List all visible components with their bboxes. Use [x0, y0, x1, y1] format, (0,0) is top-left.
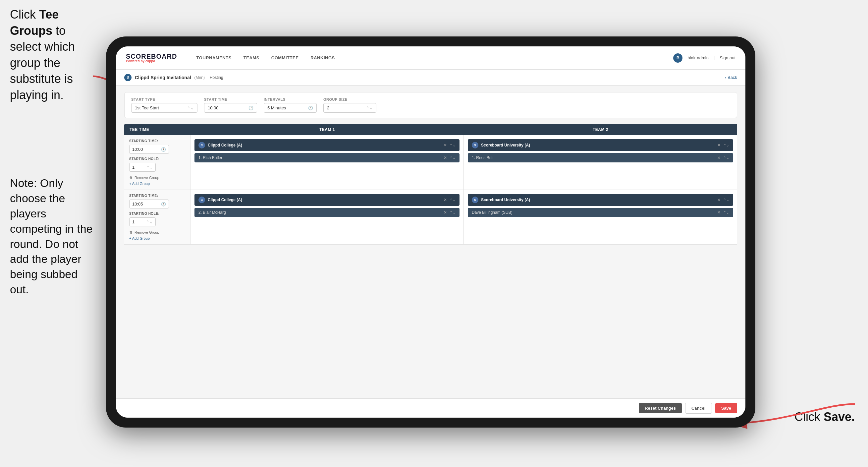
start-time-group: Start Time 10:00 🕐 [204, 97, 257, 113]
group2-team2-arrows[interactable]: ⌃⌄ [723, 198, 729, 202]
group2-hole-input[interactable]: 1 ⌃⌄ [129, 217, 156, 226]
group1-hole-input[interactable]: 1 ⌃⌄ [129, 163, 156, 172]
group2-hole-arrows: ⌃⌄ [146, 220, 153, 224]
group1-player2-arrows[interactable]: ⌃⌄ [723, 156, 729, 160]
nav-divider: | [714, 55, 715, 60]
note-content: Only choose the players competing in the… [10, 177, 93, 296]
group2-team1-player-name: 2. Blair McHarg [198, 210, 226, 215]
group-size-label: Group Size [323, 97, 376, 101]
group-row-2: STARTING TIME: 10:05 🕐 STARTING HOLE: 1 … [124, 190, 737, 244]
group2-team1-icon: C [198, 197, 205, 203]
note-bold: Note: [10, 177, 40, 189]
group1-team2-player[interactable]: 1. Rees Britt ✕ ⌃⌄ [468, 153, 733, 163]
group1-team2-actions: ✕ ⌃⌄ [717, 143, 729, 147]
group2-team1-player[interactable]: 2. Blair McHarg ✕ ⌃⌄ [194, 208, 460, 217]
group1-time-input[interactable]: 10:00 🕐 [129, 145, 169, 154]
reset-changes-button[interactable]: Reset Changes [639, 403, 682, 413]
group1-team1-card[interactable]: C Clippd College (A) ✕ ⌃⌄ [194, 139, 460, 151]
logo-area: SCOREBOARD Powered by clippd [126, 53, 177, 63]
group1-player1-remove[interactable]: ✕ [444, 155, 447, 160]
save-bold: Save. [824, 410, 855, 424]
cancel-button[interactable]: Cancel [685, 403, 712, 414]
group-size-input[interactable]: 2 ⌃⌄ [323, 103, 376, 113]
group2-player1-remove[interactable]: ✕ [444, 210, 447, 215]
group1-time-icon: 🕐 [161, 147, 166, 152]
action-bar: Reset Changes Cancel Save [116, 399, 745, 418]
intervals-input[interactable]: 5 Minutes 🕐 [264, 103, 317, 113]
group1-player1-arrows[interactable]: ⌃⌄ [450, 156, 456, 160]
group1-team1: C Clippd College (A) ✕ ⌃⌄ 1. Rich Butler [190, 135, 464, 189]
nav-committee[interactable]: COMMITTEE [266, 47, 305, 69]
nav-right: B blair admin | Sign out [673, 53, 736, 63]
group1-add-button[interactable]: + Add Group [129, 182, 185, 185]
group1-left: STARTING TIME: 10:00 🕐 STARTING HOLE: 1 … [124, 135, 190, 189]
main-content: Start Type 1st Tee Start ⌃⌄ Start Time 1… [116, 86, 745, 399]
tournament-name: Clippd Spring Invitational [135, 75, 191, 80]
group2-team2: S Scoreboard University (A) ✕ ⌃⌄ Dave Bi… [464, 190, 737, 244]
group2-time-icon: 🕐 [161, 202, 166, 206]
group1-team2-card[interactable]: S Scoreboard University (A) ✕ ⌃⌄ [468, 139, 733, 151]
navigation-bar: SCOREBOARD Powered by clippd TOURNAMENTS… [116, 47, 745, 69]
group2-time-input[interactable]: 10:05 🕐 [129, 200, 169, 208]
tablet-device: SCOREBOARD Powered by clippd TOURNAMENTS… [106, 36, 755, 428]
group1-team2: S Scoreboard University (A) ✕ ⌃⌄ 1. Rees… [464, 135, 737, 189]
group2-player2-remove[interactable]: ✕ [717, 210, 720, 215]
remove-icon2: 🗑 [129, 230, 133, 234]
group2-player2-arrows[interactable]: ⌃⌄ [723, 210, 729, 215]
admin-name: blair admin [687, 55, 709, 60]
group1-hole-label: STARTING HOLE: [129, 157, 185, 161]
group2-left: STARTING TIME: 10:05 🕐 STARTING HOLE: 1 … [124, 190, 190, 244]
group2-player1-arrows[interactable]: ⌃⌄ [450, 210, 456, 215]
instruction-text: Click Tee Groups to select which group t… [0, 0, 103, 110]
group1-team1-remove[interactable]: ✕ [444, 143, 447, 147]
tablet-screen: SCOREBOARD Powered by clippd TOURNAMENTS… [116, 47, 745, 418]
save-prefix: Click [795, 410, 824, 424]
back-button[interactable]: ‹ Back [725, 75, 737, 80]
group2-team1-info: C Clippd College (A) [198, 197, 242, 203]
header-team1: Team 1 [190, 124, 464, 135]
group1-team1-icon: C [198, 142, 205, 148]
admin-avatar: B [673, 53, 682, 63]
group1-team2-remove[interactable]: ✕ [717, 143, 720, 147]
instr-prefix: Click [10, 8, 39, 21]
start-time-icon: 🕐 [248, 106, 253, 110]
group2-team2-remove[interactable]: ✕ [717, 198, 720, 202]
start-type-arrow: ⌃⌄ [187, 106, 194, 110]
start-type-input[interactable]: 1st Tee Start ⌃⌄ [131, 103, 197, 113]
group2-team1-name: Clippd College (A) [208, 198, 242, 202]
intervals-icon: 🕐 [308, 106, 313, 110]
group2-team2-player[interactable]: Dave Billingham (SUB) ✕ ⌃⌄ [468, 208, 733, 217]
sign-out-link[interactable]: Sign out [720, 55, 736, 60]
group1-player2-remove[interactable]: ✕ [717, 155, 720, 160]
nav-rankings[interactable]: RANKINGS [305, 47, 341, 69]
group2-remove-button[interactable]: 🗑 Remove Group [129, 230, 185, 234]
group2-team1-remove[interactable]: ✕ [444, 198, 447, 202]
save-button[interactable]: Save [715, 403, 737, 413]
group1-team1-arrows[interactable]: ⌃⌄ [450, 143, 456, 147]
nav-teams[interactable]: TEAMS [238, 47, 266, 69]
group2-team2-card[interactable]: S Scoreboard University (A) ✕ ⌃⌄ [468, 194, 733, 206]
group1-team1-name: Clippd College (A) [208, 143, 242, 147]
note-text: Note: Only choose the players competing … [0, 176, 103, 297]
group2-team2-player-name: Dave Billingham (SUB) [472, 210, 513, 215]
remove-icon: 🗑 [129, 176, 133, 180]
group2-team2-actions: ✕ ⌃⌄ [717, 198, 729, 202]
start-time-input[interactable]: 10:00 🕐 [204, 103, 257, 113]
group2-add-button[interactable]: + Add Group [129, 236, 185, 240]
logo-powered: Powered by clippd [126, 60, 177, 63]
group1-remove-button[interactable]: 🗑 Remove Group [129, 176, 185, 180]
settings-row: Start Type 1st Tee Start ⌃⌄ Start Time 1… [124, 92, 737, 118]
click-save-text: Click Save. [795, 410, 855, 424]
group-size-arrows: ⌃⌄ [366, 106, 373, 110]
group2-team1-actions: ✕ ⌃⌄ [444, 198, 456, 202]
nav-tournaments[interactable]: TOURNAMENTS [190, 47, 237, 69]
group1-team1-player[interactable]: 1. Rich Butler ✕ ⌃⌄ [194, 153, 460, 163]
group2-team2-name: Scoreboard University (A) [481, 198, 530, 202]
group1-player2-actions: ✕ ⌃⌄ [717, 155, 729, 160]
group2-team1-arrows[interactable]: ⌃⌄ [450, 198, 456, 202]
group1-team2-info: S Scoreboard University (A) [472, 142, 530, 148]
group2-team1-card[interactable]: C Clippd College (A) ✕ ⌃⌄ [194, 194, 460, 206]
group1-team2-arrows[interactable]: ⌃⌄ [723, 143, 729, 147]
breadcrumb-left: B Clippd Spring Invitational (Men) Hosti… [124, 74, 223, 81]
logo-scoreboard: SCOREBOARD [126, 53, 177, 60]
